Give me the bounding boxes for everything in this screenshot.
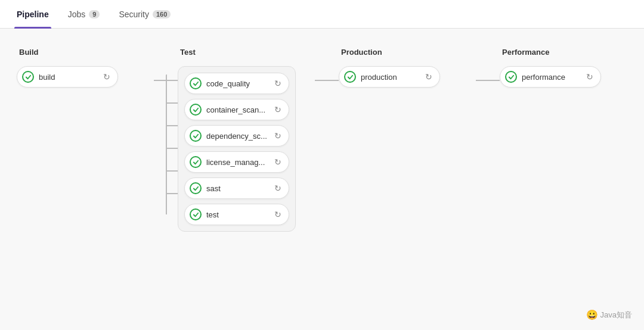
pipeline-flow: Build build ↻ <box>17 48 627 232</box>
stage-performance-label: Performance <box>500 48 549 57</box>
retry-icon-sast[interactable]: ↻ <box>274 183 281 193</box>
tab-security[interactable]: Security 160 <box>116 0 173 28</box>
check-icon-dependency-sc <box>190 130 202 142</box>
check-icon-production <box>344 71 356 83</box>
stage-test: Test code_quality ↻ container_scan... ↻ <box>178 48 315 232</box>
tab-pipeline[interactable]: Pipeline <box>14 0 51 28</box>
stage-build-label: Build <box>17 48 39 57</box>
jobs-badge: 9 <box>89 10 100 18</box>
job-pill-performance[interactable]: performance ↻ <box>500 66 601 88</box>
job-pill-test[interactable]: test ↻ <box>184 204 289 225</box>
job-name-license-manag: license_manag... <box>206 158 267 167</box>
v-line-branch <box>166 80 167 214</box>
stage-performance: Performance performance ↻ <box>500 48 637 94</box>
job-name-container-scan: container_scan... <box>206 105 267 114</box>
job-name-code-quality: code_quality <box>206 79 267 88</box>
job-pill-build[interactable]: build ↻ <box>17 66 118 88</box>
watermark-text: Java知音 <box>600 310 632 320</box>
test-production-connector <box>315 74 339 81</box>
pipeline-area: Build build ↻ <box>0 29 644 330</box>
retry-icon-license-manag[interactable]: ↻ <box>274 157 281 167</box>
check-icon-performance <box>505 71 517 83</box>
security-badge: 160 <box>153 10 171 18</box>
job-pill-code-quality[interactable]: code_quality ↻ <box>184 73 289 94</box>
check-icon-license-manag <box>190 156 202 168</box>
stage-test-label: Test <box>178 48 196 57</box>
h-branch-1 <box>166 80 178 81</box>
job-pill-container-scan[interactable]: container_scan... ↻ <box>184 99 289 120</box>
job-pill-dependency-sc[interactable]: dependency_sc... ↻ <box>184 125 289 147</box>
tab-jobs-label: Jobs <box>68 10 86 19</box>
watermark: 😀 Java知音 <box>586 309 632 320</box>
h-branch-6 <box>166 193 178 194</box>
job-name-test: test <box>206 210 267 219</box>
h-line-test-production <box>315 80 339 81</box>
tab-security-label: Security <box>119 10 149 19</box>
check-icon-container-scan <box>190 104 202 116</box>
h-branch-3 <box>166 125 178 126</box>
check-icon-sast <box>190 182 202 194</box>
job-name-dependency-sc: dependency_sc... <box>206 132 267 141</box>
job-pill-sast[interactable]: sast ↻ <box>184 178 289 199</box>
h-line-production-performance <box>476 80 500 81</box>
stage-production: Production production ↻ <box>339 48 476 94</box>
stage-build: Build build ↻ <box>17 48 154 94</box>
job-name-performance: performance <box>522 73 579 82</box>
retry-icon-build[interactable]: ↻ <box>103 72 110 82</box>
nav-tabs: Pipeline Jobs 9 Security 160 <box>0 0 644 29</box>
tab-pipeline-label: Pipeline <box>17 10 49 19</box>
check-icon-test <box>190 208 202 220</box>
retry-icon-production[interactable]: ↻ <box>425 72 432 82</box>
bracket-top <box>166 74 167 80</box>
test-pills-group: code_quality ↻ container_scan... ↻ depen… <box>178 66 296 232</box>
job-pill-license-manag[interactable]: license_manag... ↻ <box>184 151 289 173</box>
h-line-build-out <box>154 80 166 81</box>
retry-icon-dependency-sc[interactable]: ↻ <box>274 131 281 141</box>
job-name-build: build <box>39 73 96 82</box>
retry-icon-code-quality[interactable]: ↻ <box>274 79 281 88</box>
h-branch-5 <box>166 170 178 172</box>
job-pill-production[interactable]: production ↻ <box>339 66 440 88</box>
retry-icon-test[interactable]: ↻ <box>274 210 281 219</box>
check-icon-code-quality <box>190 77 202 89</box>
check-icon-build <box>22 71 34 83</box>
job-name-production: production <box>361 73 418 82</box>
job-name-sast: sast <box>206 184 267 193</box>
retry-icon-performance[interactable]: ↻ <box>586 72 593 82</box>
stage-production-label: Production <box>339 48 382 57</box>
production-performance-connector <box>476 74 500 81</box>
tab-jobs[interactable]: Jobs 9 <box>66 0 103 28</box>
retry-icon-container-scan[interactable]: ↻ <box>274 105 281 114</box>
h-branch-4 <box>166 148 178 149</box>
h-branch-2 <box>166 102 178 104</box>
